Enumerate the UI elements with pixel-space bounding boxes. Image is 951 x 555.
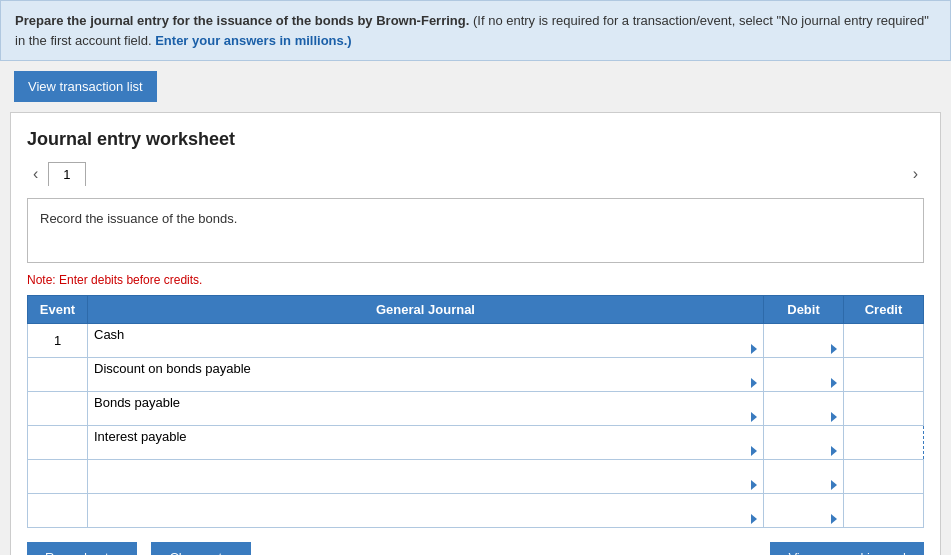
- worksheet-title: Journal entry worksheet: [27, 129, 924, 150]
- event-cell: [28, 358, 88, 392]
- credit-cell[interactable]: [844, 392, 924, 426]
- record-entry-button[interactable]: Record entry: [27, 542, 137, 555]
- credit-input[interactable]: [850, 401, 917, 416]
- credit-cell[interactable]: [844, 460, 924, 494]
- transaction-description: Record the issuance of the bonds.: [27, 198, 924, 263]
- cell-indicator-icon: [751, 412, 757, 422]
- general-journal-cell[interactable]: [88, 358, 764, 392]
- credit-cell[interactable]: [844, 358, 924, 392]
- clear-entry-button[interactable]: Clear entry: [151, 542, 251, 555]
- event-cell: [28, 392, 88, 426]
- header-event: Event: [28, 296, 88, 324]
- credit-input[interactable]: [850, 435, 917, 450]
- debit-credit-note: Note: Enter debits before credits.: [27, 273, 924, 287]
- worksheet-container: Journal entry worksheet ‹ 1 › Record the…: [10, 112, 941, 555]
- general-journal-cell[interactable]: [88, 426, 764, 460]
- general-journal-cell[interactable]: [88, 392, 764, 426]
- debit-indicator-icon: [831, 446, 837, 456]
- credit-cell[interactable]: [844, 426, 924, 460]
- event-cell: [28, 426, 88, 460]
- debit-input[interactable]: [770, 361, 837, 376]
- table-row: [28, 358, 924, 392]
- debit-input[interactable]: [770, 497, 837, 512]
- general-journal-input[interactable]: [94, 361, 757, 376]
- cell-indicator-icon: [751, 378, 757, 388]
- debit-cell[interactable]: [764, 426, 844, 460]
- debit-cell[interactable]: [764, 392, 844, 426]
- cell-indicator-icon: [751, 446, 757, 456]
- general-journal-input[interactable]: [94, 429, 757, 444]
- credit-input[interactable]: [850, 503, 917, 518]
- view-general-journal-button[interactable]: View general journal: [770, 542, 924, 555]
- general-journal-input[interactable]: [94, 327, 757, 342]
- cell-indicator-icon: [751, 514, 757, 524]
- debit-indicator-icon: [831, 378, 837, 388]
- credit-input[interactable]: [850, 367, 917, 382]
- credit-input[interactable]: [850, 333, 917, 348]
- debit-indicator-icon: [831, 480, 837, 490]
- debit-cell[interactable]: [764, 324, 844, 358]
- debit-indicator-icon: [831, 514, 837, 524]
- credit-input[interactable]: [850, 469, 917, 484]
- description-text: Record the issuance of the bonds.: [40, 211, 237, 226]
- header-credit: Credit: [844, 296, 924, 324]
- debit-cell[interactable]: [764, 460, 844, 494]
- event-cell: [28, 460, 88, 494]
- view-transaction-button[interactable]: View transaction list: [14, 71, 157, 102]
- debit-indicator-icon: [831, 412, 837, 422]
- general-journal-cell[interactable]: [88, 460, 764, 494]
- table-row: [28, 426, 924, 460]
- credit-cell[interactable]: [844, 494, 924, 528]
- debit-input[interactable]: [770, 327, 837, 342]
- header-general-journal: General Journal: [88, 296, 764, 324]
- table-row: [28, 494, 924, 528]
- tab-prev-button[interactable]: ‹: [27, 163, 44, 185]
- instructions-banner: Prepare the journal entry for the issuan…: [0, 0, 951, 61]
- tab-next-button[interactable]: ›: [907, 163, 924, 185]
- event-cell: 1: [28, 324, 88, 358]
- instructions-text: Prepare the journal entry for the issuan…: [15, 13, 929, 48]
- debit-input[interactable]: [770, 463, 837, 478]
- event-cell: [28, 494, 88, 528]
- general-journal-cell[interactable]: [88, 494, 764, 528]
- instructions-answer-note: Enter your answers in millions.): [155, 33, 352, 48]
- debit-cell[interactable]: [764, 494, 844, 528]
- header-debit: Debit: [764, 296, 844, 324]
- tab-navigation: ‹ 1 ›: [27, 162, 924, 186]
- table-row: [28, 460, 924, 494]
- instructions-main: Prepare the journal entry for the issuan…: [15, 13, 469, 28]
- table-row: [28, 392, 924, 426]
- general-journal-input[interactable]: [94, 463, 757, 478]
- general-journal-input[interactable]: [94, 497, 757, 512]
- journal-table: Event General Journal Debit Credit 1: [27, 295, 924, 528]
- debit-cell[interactable]: [764, 358, 844, 392]
- table-row: 1: [28, 324, 924, 358]
- debit-indicator-icon: [831, 344, 837, 354]
- general-journal-input[interactable]: [94, 395, 757, 410]
- tab-1[interactable]: 1: [48, 162, 85, 186]
- debit-input[interactable]: [770, 429, 837, 444]
- cell-indicator-icon: [751, 344, 757, 354]
- credit-cell[interactable]: [844, 324, 924, 358]
- bottom-buttons: Record entry Clear entry View general jo…: [27, 542, 924, 555]
- debit-input[interactable]: [770, 395, 837, 410]
- cell-indicator-icon: [751, 480, 757, 490]
- general-journal-cell[interactable]: [88, 324, 764, 358]
